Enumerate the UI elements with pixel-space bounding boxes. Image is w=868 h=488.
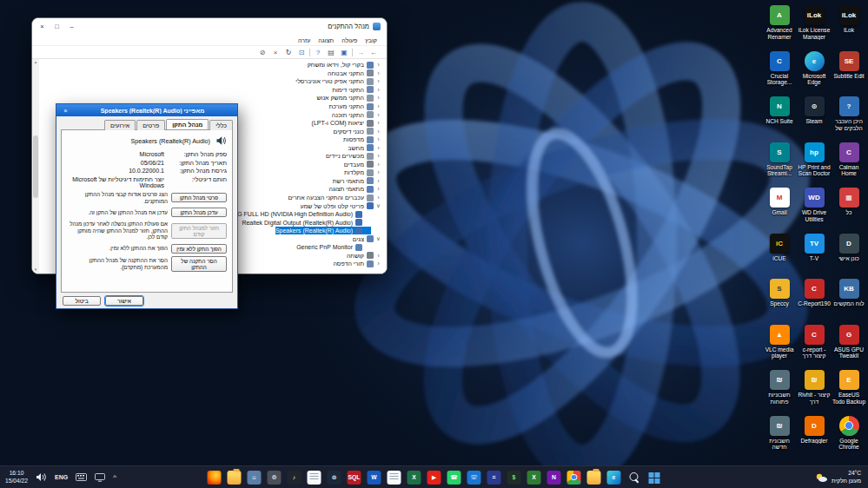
firefox-icon[interactable] [207, 470, 222, 485]
tree-item[interactable]: ‹ עכברים והתקני הצבעה אחרים [288, 194, 382, 202]
onenote-icon[interactable]: N [547, 470, 561, 485]
refresh-icon[interactable]: ↻ [283, 47, 294, 57]
tree-chevron-icon[interactable]: ∨ [374, 202, 382, 209]
tree-chevron-icon[interactable]: ‹ [374, 95, 382, 101]
whatsapp-icon[interactable]: ☎ [447, 470, 461, 485]
scan-hardware-icon[interactable]: ⊡ [296, 47, 307, 57]
tree-chevron-icon[interactable]: ‹ [374, 162, 382, 168]
console-tree-icon[interactable]: ▣ [339, 47, 349, 57]
tree-chevron-icon[interactable]: ‹ [374, 153, 382, 159]
desktop-icon[interactable]: TV T-V [797, 234, 832, 280]
desktop-icon[interactable]: ▦ כל [832, 188, 866, 234]
hidden-icons-chevron-icon[interactable]: ^ [113, 473, 116, 481]
driver-action-button[interactable]: חזור למנהל התקן קודם [171, 223, 227, 239]
phone-link-icon[interactable]: ☏ [467, 470, 481, 485]
wordpad-icon[interactable] [387, 470, 401, 485]
taskbar-clock[interactable]: 16:10 15/04/22 [5, 470, 28, 485]
audio-manager-icon[interactable]: ♪ [287, 470, 301, 485]
tree-chevron-icon[interactable]: ‹ [374, 178, 382, 184]
tree-item[interactable]: ‹ מקלדות [344, 168, 382, 177]
cancel-button[interactable]: ביטול [63, 296, 101, 306]
menu-file[interactable]: קובץ [361, 37, 381, 43]
properties-icon[interactable]: ▤ [326, 47, 336, 57]
tree-chevron-icon[interactable]: ‹ [374, 120, 382, 126]
tree-item[interactable]: ‹ התקני דימות [332, 86, 382, 95]
steam-icon[interactable]: ⊙ [327, 470, 341, 485]
tree-item[interactable]: ‹ תורי הדפסה [334, 260, 383, 268]
desktop-icon[interactable]: S Speccy [762, 279, 797, 325]
tree-item[interactable]: ‹ יציאות (COM ו-LPT) [312, 119, 382, 128]
desktop-icon[interactable]: ₪ Rivhit - קיצור דרך [797, 370, 832, 416]
menu-help[interactable]: עזרה [295, 37, 314, 43]
tree-chevron-icon[interactable]: ‹ [374, 145, 382, 151]
scroll-up-arrow-icon[interactable]: ▲ [32, 59, 39, 66]
tree-item[interactable]: ‹ בקרי קול, וידאו ומשחק [308, 61, 382, 69]
finance-app-icon[interactable]: $ [507, 470, 521, 485]
tree-item[interactable]: ∨ צגים [353, 234, 382, 243]
spreadsheet-icon[interactable]: X [527, 470, 541, 485]
desktop-icon[interactable]: N NCH Suite [762, 96, 797, 142]
desktop-icon[interactable]: hp HP Print and Scan Doctor [797, 142, 832, 188]
tree-chevron-icon[interactable]: ‹ [374, 253, 382, 259]
search-icon[interactable] [626, 470, 641, 485]
tree-item[interactable]: LG FULL HD (NVIDIA High Definition Audio… [234, 210, 371, 219]
desktop-icon[interactable]: KB לוח המקשים [832, 279, 866, 325]
tree-chevron-icon[interactable]: ‹ [374, 112, 382, 118]
tree-item[interactable]: ‹ מתאמי תצוגה [329, 185, 382, 194]
sql-tool-icon[interactable]: SQL [347, 470, 361, 485]
desktop-icon[interactable]: ₪ חשבוניות פתוחות [762, 370, 797, 416]
maximize-button[interactable]: □ [50, 20, 64, 33]
tree-item[interactable]: ‹ קושחה [347, 252, 382, 260]
tree-item[interactable]: Speakers (Realtek(R) Audio) [275, 227, 371, 235]
tree-chevron-icon[interactable]: ‹ [374, 169, 382, 175]
touch-keyboard-icon[interactable] [76, 473, 87, 481]
driver-action-button[interactable]: הפוך התקן ללא זמין [171, 244, 227, 254]
desktop-icon[interactable]: G ASUS GPU TweakII [832, 325, 866, 371]
folder-app-icon[interactable] [227, 470, 242, 485]
tree-chevron-icon[interactable]: ‹ [374, 87, 382, 93]
desktop-icon[interactable]: iLok iLok [832, 5, 866, 51]
file-explorer-icon[interactable] [586, 470, 601, 485]
device-manager-titlebar[interactable]: מנהל ההתקנים – □ × [32, 18, 387, 35]
desktop-icon[interactable]: ▲ VLC media player [762, 325, 797, 371]
desktop-icon[interactable]: D Defraggler [797, 416, 832, 462]
desktop-icon[interactable]: C C-Report190 [797, 279, 832, 325]
tree-item[interactable]: ‹ התקני מערכת [328, 102, 382, 111]
tree-chevron-icon[interactable]: ‹ [374, 62, 382, 68]
tree-chevron-icon[interactable]: ‹ [374, 136, 382, 142]
notepad-icon[interactable] [307, 470, 321, 485]
tree-item[interactable]: ‹ התקני אפיק טורי אוניברסלי [295, 77, 382, 86]
start-button-icon[interactable] [646, 470, 661, 485]
desktop-icon[interactable]: WD WD Drive Utilities [797, 188, 832, 234]
tree-item[interactable]: ‹ מכשירים ניידים [326, 152, 382, 161]
menu-view[interactable]: תצוגה [315, 37, 337, 43]
desktop-icon[interactable]: D כונן אישי [832, 234, 866, 280]
dialog-close-button[interactable]: × [60, 106, 71, 115]
menu-action[interactable]: פעולה [338, 37, 361, 43]
dialog-tab[interactable]: אירועים [104, 120, 136, 130]
desktop-icon[interactable]: M Gmail [762, 188, 797, 234]
settings-icon[interactable]: ⚙ [267, 470, 282, 485]
display-icon[interactable] [95, 473, 105, 482]
desktop-icon[interactable]: C c-report - קיצור דרך [797, 325, 832, 371]
tree-item[interactable]: ‹ התקני אבטחה [328, 69, 382, 78]
tree-chevron-icon[interactable]: ‹ [374, 195, 382, 201]
tree-chevron-icon[interactable]: ‹ [374, 78, 382, 84]
toolbar-separator[interactable] [352, 49, 353, 56]
tree-chevron-icon[interactable]: ∨ [374, 235, 382, 242]
tree-item[interactable]: ‹ כונני דיסקים [334, 127, 382, 135]
volume-network-icon[interactable] [36, 472, 47, 482]
desktop-icon[interactable]: ₪ חשבונית חדשה [762, 416, 797, 462]
minimize-button[interactable]: – [64, 20, 79, 33]
tree-item[interactable]: ‹ התקני תוכנה [332, 110, 382, 119]
driver-action-button[interactable]: עדכן מנהל התקן [171, 208, 227, 217]
dialog-tab[interactable]: מנהל התקן [166, 119, 209, 129]
uninstall-device-icon[interactable]: × [270, 47, 281, 57]
edge-icon[interactable]: e [606, 470, 621, 485]
desktop-icon[interactable]: A Advanced Renamer [762, 5, 797, 51]
tree-item[interactable]: Realtek Digital Output (Realtek(R) Audio… [242, 218, 371, 227]
desktop-icon[interactable]: ? היכן העכבר הלבקים של [832, 96, 866, 142]
help-icon[interactable]: ? [313, 47, 323, 57]
desktop-icon[interactable]: Google Chrome [832, 416, 866, 462]
forward-icon[interactable]: → [355, 47, 366, 57]
